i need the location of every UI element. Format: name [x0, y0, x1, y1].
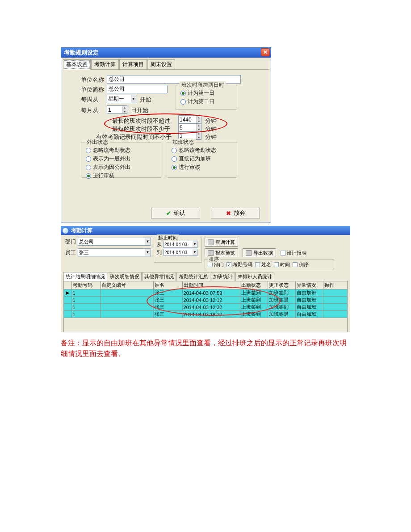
minute-label-1: 分钟 [205, 117, 217, 125]
col-4[interactable]: 出勤状态 [240, 281, 268, 289]
span-group-title: 班次时段跨两日时 [180, 81, 226, 89]
tab-bar: 基本设置 考勤计算 计算项目 周末设置 [63, 59, 269, 70]
date-to-label: 到 [157, 249, 162, 256]
week-from-combo[interactable]: ▼ [107, 95, 136, 103]
note-text: 备注：显示的自由加班在其他异常情况里面查看，经过排班之后的显示的正常记录再班次明… [61, 338, 350, 359]
app-icon [63, 228, 68, 234]
out-opt-0[interactable]: 忽略该考勤状态 [86, 146, 156, 155]
min-shift-spin[interactable]: ▲▼ [178, 123, 201, 132]
chevron-down-icon[interactable]: ▼ [145, 249, 151, 256]
chevron-down-icon[interactable]: ▼ [131, 95, 136, 103]
max-shift-label: 最长的班次时段不超过 [112, 117, 170, 125]
month-from-label: 每月从 [81, 106, 98, 114]
tab-calc[interactable]: 考勤计算 [91, 59, 119, 69]
week-from-suffix: 开始 [140, 96, 151, 104]
cancel-button[interactable]: ✖放弃 [211, 208, 260, 218]
ot-group-title: 加班状态 [171, 138, 196, 146]
attendance-calc-panel: 考勤计算 部门 ▼ 员工 ▼ 起止时间 从 ▼ [61, 226, 350, 332]
calc-icon [208, 239, 214, 245]
out-opt-2[interactable]: 表示为因公外出 [86, 163, 156, 172]
emp-combo[interactable]: ▼ [78, 248, 151, 256]
chevron-down-icon[interactable]: ▼ [145, 238, 151, 245]
report-icon [208, 250, 214, 256]
span-opt2[interactable]: 计为第二日 [180, 97, 232, 106]
sort-opt-3[interactable]: 时间 [274, 261, 290, 268]
col-3[interactable]: 出勤时间 [182, 281, 240, 289]
month-from-spin[interactable]: ▲▼ [107, 105, 127, 114]
sort-opt-2[interactable]: 姓名 [255, 261, 271, 268]
span-group: 班次时段跨两日时 计为第一日 计为第二日 [176, 85, 237, 110]
col-5[interactable]: 更正状态 [268, 281, 296, 289]
date-from-label: 从 [157, 241, 162, 248]
window-title: 考勤规则设定 [64, 49, 99, 57]
minute-label-3: 分钟 [205, 133, 217, 141]
unit-name-label: 单位名称 [81, 76, 104, 84]
table-row[interactable]: 1张三2014-04-03 12:12上班签到加班签退自由加班 [64, 297, 348, 304]
sort-group: 排序 部门考勤号码姓名时间倒序 [205, 259, 334, 269]
date-to[interactable]: ▼ [164, 249, 197, 256]
result-tabs: 统计结果明细情况 班次明细情况 其他异常情况 考勤统计汇总 加班统计 未排班人员… [63, 272, 348, 281]
tab-weekend[interactable]: 周末设置 [147, 59, 175, 69]
result-grid[interactable]: 考勤号码自定义编号姓名出勤时间出勤状态更正状态异常情况操作 ▶1张三2014-0… [63, 281, 348, 318]
query-button[interactable]: 查询计算 [205, 238, 238, 247]
ot-opt-0[interactable]: 忽略该考勤状态 [172, 146, 232, 155]
x-icon: ✖ [226, 210, 231, 217]
sort-group-title: 排序 [208, 256, 220, 263]
col-6[interactable]: 异常情况 [296, 281, 323, 289]
date-range-group: 起止时间 从 ▼ 到 ▼ [154, 238, 202, 263]
table-row[interactable]: ▶1张三2014-04-03 07:59上班签到加班签到自由加班 [64, 289, 348, 297]
unit-abbr-field[interactable] [107, 85, 168, 93]
dept-combo[interactable]: ▼ [78, 238, 151, 246]
date-group-title: 起止时间 [157, 235, 179, 241]
close-icon[interactable]: ✕ [261, 48, 270, 56]
col-0[interactable]: 考勤号码 [71, 281, 101, 289]
export-icon [246, 250, 252, 256]
tab2-1[interactable]: 班次明细情况 [108, 272, 142, 281]
ot-group: 加班状态 忽略该考勤状态 直接记为加班 进行审核 [167, 142, 237, 178]
titlebar: 考勤规则设定 ✕ [61, 48, 271, 58]
ok-button[interactable]: ✔确认 [151, 208, 200, 218]
export-button[interactable]: 导出数据 [243, 248, 276, 257]
unit-abbr-label: 单位简称 [81, 86, 104, 94]
minute-label-2: 分钟 [205, 125, 217, 133]
tab2-0[interactable]: 统计结果明细情况 [63, 272, 107, 281]
spin-up-icon[interactable]: ▲ [122, 106, 127, 110]
table-row[interactable]: 1张三2014-04-03 12:32上班签到加班签到自由加班 [64, 304, 348, 311]
design-checkbox[interactable]: 设计报表 [281, 250, 306, 256]
table-row[interactable]: 1张三2014-04-03 18:10上班签到加班签退自由加班 [64, 311, 348, 318]
dept-label: 部门 [63, 238, 76, 246]
tab2-4[interactable]: 加班统计 [211, 272, 235, 281]
ot-opt-2[interactable]: 进行审核 [172, 163, 232, 172]
ot-opt-1[interactable]: 直接记为加班 [172, 155, 232, 163]
col-1[interactable]: 自定义编号 [101, 281, 154, 289]
out-group: 外出状态 忽略该考勤状态 表示为一般外出 表示为因公外出 进行审核 [81, 142, 161, 178]
out-opt-3[interactable]: 进行审核 [86, 172, 156, 180]
span-opt1[interactable]: 计为第一日 [180, 89, 232, 97]
max-shift-spin[interactable]: ▲▼ [178, 115, 201, 124]
tab2-3[interactable]: 考勤统计汇总 [176, 272, 210, 281]
window-title-2: 考勤计算 [71, 227, 92, 235]
spin-down-icon[interactable]: ▼ [122, 110, 127, 114]
tab2-5[interactable]: 未排班人员统计 [235, 272, 274, 281]
attendance-rules-dialog: 考勤规则设定 ✕ 基本设置 考勤计算 计算项目 周末设置 单位名称 单位简称 每… [61, 47, 271, 222]
col-2[interactable]: 姓名 [153, 281, 182, 289]
week-from-label: 每周从 [81, 96, 98, 104]
tab-basic[interactable]: 基本设置 [63, 59, 91, 70]
col-7[interactable]: 操作 [323, 281, 348, 289]
check-icon: ✔ [166, 210, 171, 217]
grid-empty-area [63, 318, 348, 332]
min-shift-label: 最短的班次时段不少于 [112, 125, 170, 133]
tab2-2[interactable]: 其他异常情况 [142, 272, 176, 281]
sort-opt-1[interactable]: 考勤号码 [226, 261, 252, 268]
tab-items[interactable]: 计算项目 [119, 59, 147, 69]
sort-opt-4[interactable]: 倒序 [293, 261, 309, 268]
date-from[interactable]: ▼ [164, 241, 197, 248]
month-from-suffix: 日开始 [131, 106, 148, 114]
out-group-title: 外出状态 [85, 138, 110, 146]
out-opt-1[interactable]: 表示为一般外出 [86, 155, 156, 163]
titlebar2: 考勤计算 [61, 226, 350, 235]
emp-label: 员工 [63, 249, 76, 256]
